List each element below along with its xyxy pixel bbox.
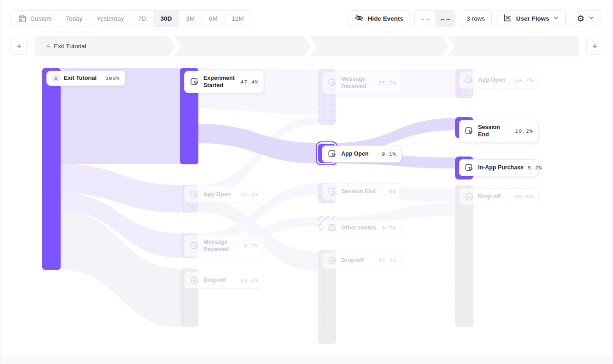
event-icon [464, 75, 474, 85]
node-percent: 9.1% [382, 151, 396, 157]
event-icon [327, 149, 337, 159]
node-label: Message Received [203, 238, 240, 253]
node-label: Message Received [341, 75, 374, 90]
event-icon [464, 126, 474, 136]
drop-off-icon [190, 275, 199, 285]
node-percent: 47.4% [378, 258, 396, 263]
flow-node-exit-tutorial[interactable]: A Exit Tutorial 100% [46, 71, 125, 86]
node-label: Session End [341, 188, 376, 195]
node-percent: 27.7% [378, 80, 396, 86]
node-percent: 14.7% [515, 77, 533, 83]
event-icon [327, 78, 337, 88]
node-label: Session End [478, 123, 511, 139]
node-label: App Open [478, 76, 506, 84]
node-percent: 5.2% [528, 165, 542, 171]
event-icon [190, 77, 199, 87]
step-a-badge: A [52, 74, 60, 82]
bottom-strip [0, 356, 613, 364]
other-events-icon [327, 223, 337, 233]
flow-node-in-app-purchase-4[interactable]: In-App Purchase 5.2% [459, 159, 539, 176]
event-icon [327, 187, 337, 196]
flow-node-message-received-3[interactable]: Message Received 27.7% [322, 72, 402, 94]
flow-node-other-events-3[interactable]: Other events 6.7% [322, 219, 402, 236]
node-percent: 28.6% [240, 277, 259, 283]
node-label: In-App Purchase [478, 164, 523, 171]
drop-off-icon [327, 256, 337, 265]
flow-node-drop-off-4[interactable]: Drop-off 69.8% [459, 188, 539, 205]
node-label: Drop-off [203, 276, 226, 284]
node-percent: 69.8% [515, 194, 533, 200]
flow-node-app-open-4[interactable]: App Open 14.7% [459, 72, 539, 89]
event-icon [190, 190, 199, 199]
node-percent: 100% [105, 75, 120, 81]
node-percent: 15.3% [240, 191, 259, 197]
flow-node-message-received-2[interactable]: Message Received 8.7% [184, 235, 264, 257]
node-percent: 8.7% [244, 243, 259, 249]
user-flows-app: Custom Today Yesterday 7D 30D 3M 6M 12M … [0, 0, 613, 364]
node-label: App Open [203, 190, 231, 198]
node-percent: 47.4% [240, 79, 259, 85]
node-bar-exit-tutorial[interactable] [42, 68, 61, 270]
flow-links [0, 0, 613, 364]
node-percent: 9% [389, 189, 396, 195]
flow-node-app-open-3-selected[interactable]: App Open 9.1% [322, 146, 402, 162]
flow-node-session-end-3[interactable]: Session End 9% [322, 183, 402, 200]
node-label: Other events [341, 224, 376, 231]
flow-node-app-open-2[interactable]: App Open 15.3% [184, 186, 264, 203]
sankey-diagram: A Exit Tutorial 100% Experiment Started … [0, 0, 613, 364]
node-label: App Open [341, 150, 369, 157]
node-label: Drop-off [478, 193, 501, 200]
node-percent: 6.7% [382, 225, 396, 231]
node-label: Experiment Started [203, 74, 236, 90]
flow-node-experiment-started[interactable]: Experiment Started 47.4% [184, 71, 264, 93]
event-icon [190, 241, 199, 251]
event-icon [464, 163, 474, 173]
node-percent: 10.2% [515, 128, 533, 134]
flow-node-session-end-4[interactable]: Session End 10.2% [459, 120, 539, 142]
flow-node-drop-off-3[interactable]: Drop-off 47.4% [322, 252, 402, 269]
drop-off-icon [464, 192, 474, 202]
node-bar-drop-off-4[interactable] [455, 185, 473, 327]
node-label: Exit Tutorial [64, 74, 96, 82]
node-label: Drop-off [341, 257, 364, 264]
flow-node-drop-off-2[interactable]: Drop-off 28.6% [184, 272, 264, 289]
